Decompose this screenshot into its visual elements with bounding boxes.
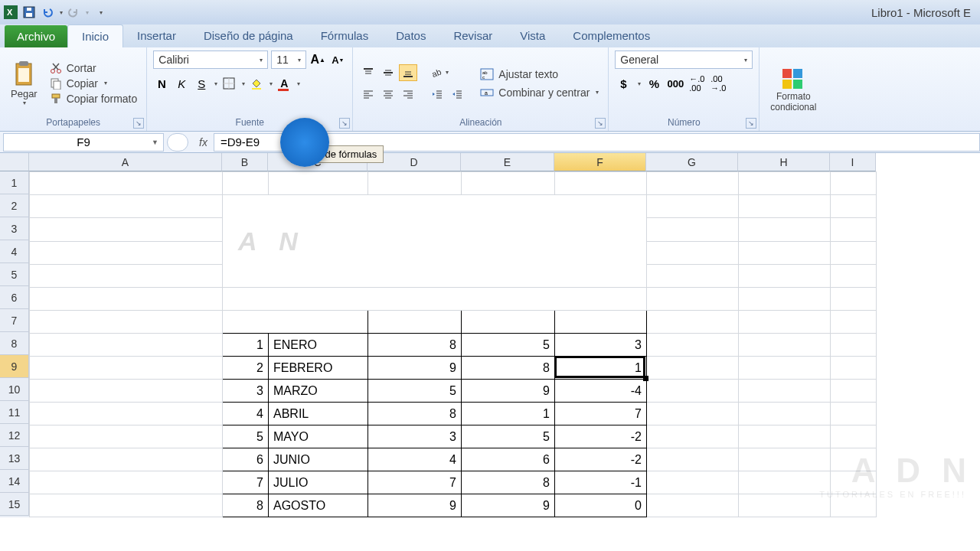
cell[interactable] bbox=[739, 403, 831, 425]
tab-revisar[interactable]: Revisar bbox=[439, 24, 506, 47]
cell[interactable]: -2 bbox=[555, 448, 647, 471]
cell[interactable] bbox=[739, 425, 831, 448]
cell[interactable]: 4 bbox=[368, 448, 462, 471]
row-header-6[interactable]: 6 bbox=[0, 286, 29, 309]
fx-icon[interactable]: fx bbox=[199, 136, 207, 148]
cell[interactable] bbox=[462, 172, 555, 195]
cell[interactable] bbox=[739, 218, 831, 241]
align-middle-button[interactable] bbox=[379, 64, 397, 81]
cell[interactable] bbox=[555, 172, 647, 195]
cell[interactable]: 5 bbox=[223, 425, 269, 448]
tab-inicio[interactable]: Inicio bbox=[67, 24, 123, 47]
cell[interactable]: 6 bbox=[223, 448, 269, 471]
increase-indent-button[interactable] bbox=[448, 86, 466, 103]
cell[interactable] bbox=[739, 380, 831, 403]
cell[interactable]: 3 bbox=[223, 380, 269, 403]
row-header-10[interactable]: 10 bbox=[0, 378, 29, 401]
cell[interactable] bbox=[831, 264, 877, 287]
cell[interactable] bbox=[30, 380, 223, 403]
tab-file[interactable]: Archivo bbox=[5, 25, 67, 47]
grow-font-button[interactable]: A▲ bbox=[309, 51, 326, 68]
row-header-11[interactable]: 11 bbox=[0, 401, 29, 424]
align-bottom-button[interactable] bbox=[399, 64, 417, 81]
align-center-button[interactable] bbox=[379, 86, 397, 103]
insert-function-button[interactable] bbox=[167, 133, 188, 152]
cell[interactable] bbox=[647, 218, 739, 241]
cell[interactable] bbox=[739, 471, 831, 494]
cell[interactable] bbox=[647, 172, 739, 195]
cell[interactable]: 9 bbox=[368, 494, 462, 517]
cell[interactable] bbox=[30, 241, 223, 264]
tab-diseño-de-página[interactable]: Diseño de página bbox=[190, 24, 307, 47]
chevron-down-icon[interactable]: ▾ bbox=[638, 80, 641, 87]
cell[interactable] bbox=[739, 172, 831, 195]
row-header-8[interactable]: 8 bbox=[0, 332, 29, 355]
undo-dropdown-icon[interactable]: ▾ bbox=[60, 9, 63, 16]
cell[interactable] bbox=[831, 403, 877, 425]
font-size-combo[interactable]: 11▾ bbox=[271, 51, 306, 69]
name-box[interactable]: F9 ▼ bbox=[3, 133, 164, 152]
cell[interactable] bbox=[30, 195, 223, 218]
align-left-button[interactable] bbox=[359, 86, 377, 103]
row-header-2[interactable]: 2 bbox=[0, 194, 29, 217]
cell[interactable] bbox=[30, 334, 223, 357]
row-header-3[interactable]: 3 bbox=[0, 217, 29, 240]
tab-complementos[interactable]: Complementos bbox=[559, 24, 664, 47]
cell[interactable]: JUNIO bbox=[269, 448, 368, 471]
cell[interactable]: 1 bbox=[223, 334, 269, 357]
fill-color-button[interactable] bbox=[248, 75, 265, 92]
cell[interactable] bbox=[30, 471, 223, 494]
cell[interactable]: 5 bbox=[368, 380, 462, 403]
cell[interactable] bbox=[831, 311, 877, 334]
row-header-5[interactable]: 5 bbox=[0, 263, 29, 286]
cell[interactable] bbox=[739, 334, 831, 357]
cell[interactable] bbox=[739, 448, 831, 471]
cell[interactable] bbox=[30, 357, 223, 380]
cut-button[interactable]: Cortar bbox=[47, 61, 141, 75]
cell[interactable]: 9 bbox=[462, 494, 555, 517]
align-right-button[interactable] bbox=[399, 86, 417, 103]
bold-button[interactable]: N bbox=[153, 75, 170, 92]
col-header-B[interactable]: B bbox=[222, 153, 268, 171]
cell[interactable] bbox=[368, 172, 462, 195]
increase-decimal-button[interactable]: ←.0.00 bbox=[688, 75, 705, 92]
cell[interactable]: 1 bbox=[555, 357, 647, 380]
cell[interactable]: ENTRADAS bbox=[368, 311, 462, 334]
cell[interactable] bbox=[831, 241, 877, 264]
cell[interactable] bbox=[739, 494, 831, 517]
cell[interactable]: 9 bbox=[462, 380, 555, 403]
currency-button[interactable]: $ bbox=[615, 75, 632, 92]
cell[interactable]: MARZO bbox=[269, 380, 368, 403]
cell[interactable]: 8 bbox=[368, 403, 462, 425]
cell[interactable] bbox=[30, 218, 223, 241]
cell[interactable] bbox=[739, 288, 831, 311]
cell[interactable]: -1 bbox=[555, 471, 647, 494]
row-header-4[interactable]: 4 bbox=[0, 240, 29, 263]
row-header-7[interactable]: 7 bbox=[0, 309, 29, 332]
paste-button[interactable]: Pegar ▾ bbox=[6, 59, 42, 108]
cell[interactable] bbox=[647, 241, 739, 264]
qat-customize-icon[interactable]: ▾ bbox=[100, 9, 103, 16]
cell[interactable]: ABRIL bbox=[269, 403, 368, 425]
col-header-H[interactable]: H bbox=[738, 153, 830, 171]
cell[interactable] bbox=[831, 334, 877, 357]
cell[interactable]: -4 bbox=[555, 380, 647, 403]
cell[interactable] bbox=[739, 311, 831, 334]
decrease-indent-button[interactable] bbox=[428, 86, 446, 103]
row-header-1[interactable]: 1 bbox=[0, 171, 29, 194]
col-header-A[interactable]: A bbox=[29, 153, 222, 171]
cell[interactable]: 8 bbox=[462, 471, 555, 494]
cell[interactable] bbox=[647, 448, 739, 471]
format-painter-button[interactable]: Copiar formato bbox=[47, 92, 141, 106]
cell[interactable] bbox=[831, 380, 877, 403]
cell[interactable] bbox=[30, 288, 223, 311]
redo-icon[interactable] bbox=[66, 5, 81, 20]
cell[interactable]: 3 bbox=[555, 334, 647, 357]
cells-area[interactable]: ADNADNDC TUTORIALES EN FREE!!!EXCEL - WO… bbox=[29, 171, 877, 517]
cell[interactable] bbox=[647, 195, 739, 218]
col-header-F[interactable]: F bbox=[554, 153, 646, 171]
cell[interactable] bbox=[269, 172, 368, 195]
cell[interactable]: FEBRERO bbox=[269, 357, 368, 380]
cell[interactable] bbox=[30, 264, 223, 287]
tab-vista[interactable]: Vista bbox=[506, 24, 559, 47]
